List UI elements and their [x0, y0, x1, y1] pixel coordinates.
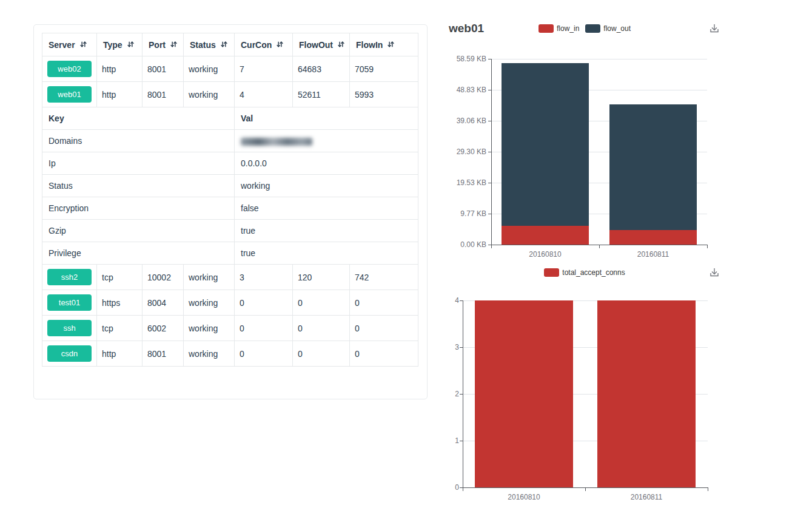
column-header-label: FlowIn — [356, 40, 383, 50]
cell-flowin: 0 — [350, 341, 418, 367]
detail-key: Gzip — [42, 220, 235, 242]
column-header-server[interactable]: Server — [42, 33, 97, 56]
cell-server: ssh — [42, 316, 97, 341]
y-tick-label: 9.77 KB — [443, 209, 486, 218]
cell-flowout: 0 — [293, 316, 350, 341]
column-header-curcon[interactable]: CurCon — [235, 33, 293, 56]
flow-chart-legend: flow_inflow_out — [443, 24, 726, 33]
sort-arrows-icon — [220, 40, 228, 49]
column-header-label: Server — [49, 40, 75, 50]
sort-arrows-icon — [127, 40, 135, 49]
x-tick-mark — [708, 487, 708, 491]
y-tick-label: 3 — [443, 343, 459, 351]
save-as-image-icon[interactable] — [707, 266, 722, 280]
server-badge-ssh2[interactable]: ssh2 — [47, 269, 92, 285]
x-tick-mark — [463, 487, 463, 491]
column-header-type[interactable]: Type — [97, 33, 143, 56]
sort-arrows-icon — [170, 40, 178, 49]
cell-flowin: 0 — [350, 316, 418, 341]
y-tick-label: 0.00 KB — [443, 240, 486, 249]
detail-key: Status — [42, 175, 235, 197]
cell-port: 8001 — [143, 341, 184, 367]
server-row: web02http8001working7646837059 — [42, 56, 418, 82]
legend-item-flow_in[interactable]: flow_in — [539, 24, 579, 33]
cell-flowout: 0 — [293, 341, 350, 367]
cell-flowout: 64683 — [293, 56, 350, 82]
y-tick-label: 48.83 KB — [443, 86, 486, 94]
x-axis-label: 20160810 — [463, 493, 585, 501]
save-as-image-icon[interactable] — [707, 22, 722, 36]
cell-curcon: 0 — [235, 316, 293, 341]
legend-item-flow_out[interactable]: flow_out — [585, 24, 631, 33]
detail-value: 0.0.0.0 — [235, 152, 418, 175]
detail-row: Domains — [42, 130, 418, 152]
gridline — [491, 59, 707, 59]
redacted-value — [241, 138, 312, 146]
x-axis-label: 20160811 — [585, 493, 708, 501]
detail-val-header: Val — [235, 107, 418, 130]
detail-value — [235, 130, 418, 152]
x-tick-mark — [491, 245, 492, 248]
detail-key: Domains — [42, 130, 235, 152]
cell-server: test01 — [42, 290, 97, 316]
y-tick-label: 29.30 KB — [443, 147, 486, 156]
y-tick-label: 2 — [443, 390, 459, 398]
y-tick-label: 0 — [443, 483, 459, 492]
column-header-label: Port — [149, 40, 166, 50]
cell-flowout: 120 — [293, 265, 350, 290]
cell-flowin: 5993 — [350, 82, 418, 107]
column-header-status[interactable]: Status — [184, 33, 235, 56]
server-badge-ssh[interactable]: ssh — [47, 320, 92, 336]
bar-flow_out-20160811 — [609, 104, 697, 230]
table-head: ServerTypePortStatusCurConFlowOutFlowIn — [42, 33, 418, 56]
cell-flowout: 52611 — [293, 82, 350, 107]
sort-arrows-icon — [337, 40, 345, 49]
detail-key-header: Key — [42, 107, 235, 130]
y-tick-label: 58.59 KB — [443, 55, 486, 63]
cell-curcon: 7 — [235, 56, 293, 82]
cell-status: working — [184, 265, 235, 290]
detail-header-row: KeyVal — [42, 107, 418, 130]
column-header-port[interactable]: Port — [143, 33, 184, 56]
server-row: test01https8004working000 — [42, 290, 418, 316]
conns-chart-legend: total_accept_conns — [443, 268, 726, 277]
cell-flowin: 742 — [350, 265, 418, 290]
cell-type: tcp — [97, 316, 143, 341]
detail-row: Ip0.0.0.0 — [42, 152, 418, 175]
server-row: sshtcp6002working000 — [42, 316, 418, 341]
legend-item-total_accept_conns[interactable]: total_accept_conns — [544, 268, 625, 277]
cell-server: csdn — [42, 341, 97, 367]
cell-server: web01 — [42, 82, 97, 107]
server-badge-web01[interactable]: web01 — [47, 86, 92, 103]
x-tick-mark — [599, 245, 600, 248]
server-badge-csdn[interactable]: csdn — [47, 345, 92, 362]
server-table-card: ServerTypePortStatusCurConFlowOutFlowIn … — [33, 24, 428, 399]
column-header-flowin[interactable]: FlowIn — [350, 33, 418, 56]
detail-row: Gziptrue — [42, 220, 418, 242]
table-header-row: ServerTypePortStatusCurConFlowOutFlowIn — [42, 33, 418, 56]
legend-swatch — [539, 24, 554, 33]
y-tick-label: 1 — [443, 436, 459, 445]
bar-total_accept_conns-20160811 — [597, 300, 696, 487]
detail-key: Privilege — [42, 242, 235, 265]
cell-type: tcp — [97, 265, 143, 290]
y-axis-line — [463, 300, 463, 487]
cell-status: working — [184, 316, 235, 341]
x-tick-mark — [707, 245, 708, 248]
server-badge-web02[interactable]: web02 — [47, 61, 92, 77]
y-tick-label: 4 — [443, 296, 459, 305]
bar-flow_out-20160810 — [502, 63, 589, 226]
cell-server: ssh2 — [42, 265, 97, 290]
cell-port: 10002 — [143, 265, 184, 290]
column-header-label: FlowOut — [299, 40, 333, 50]
sort-arrows-icon — [79, 40, 87, 49]
detail-value: true — [235, 242, 418, 265]
cell-server: web02 — [42, 56, 97, 82]
server-badge-test01[interactable]: test01 — [47, 294, 92, 311]
legend-swatch — [544, 268, 559, 277]
column-header-flowout[interactable]: FlowOut — [293, 33, 350, 56]
cell-flowin: 0 — [350, 290, 418, 316]
cell-status: working — [184, 56, 235, 82]
cell-type: http — [97, 82, 143, 107]
cell-port: 8004 — [143, 290, 184, 316]
